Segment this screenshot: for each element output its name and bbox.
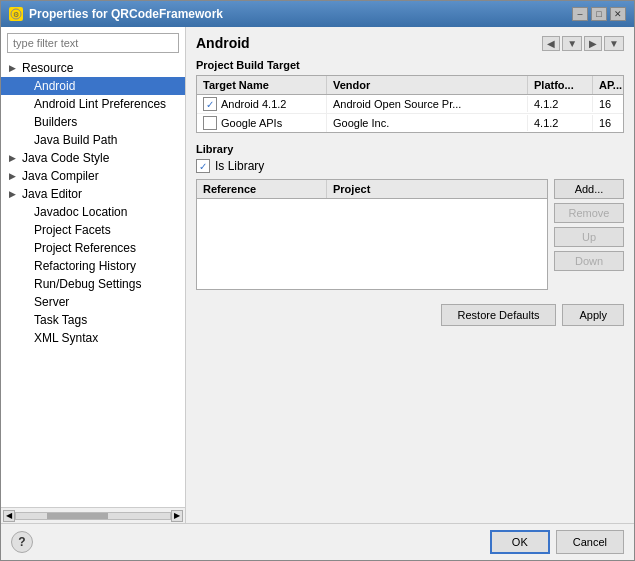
scroll-left-btn[interactable]: ◀ bbox=[3, 510, 15, 522]
tree-item-label-xml-syntax: XML Syntax bbox=[34, 331, 98, 345]
ok-button[interactable]: OK bbox=[490, 530, 550, 554]
col-header-platform: Platfo... bbox=[528, 76, 593, 94]
tree-item-xml-syntax[interactable]: XML Syntax bbox=[1, 329, 185, 347]
ref-table-area: Reference Project Add... Remove Up Down bbox=[196, 179, 624, 290]
build-target-label: Project Build Target bbox=[196, 59, 624, 71]
up-button[interactable]: Up bbox=[554, 227, 624, 247]
tree-item-refactoring-history[interactable]: Refactoring History bbox=[1, 257, 185, 275]
expand-arrow-java-code-style: ▶ bbox=[9, 153, 19, 163]
remove-button[interactable]: Remove bbox=[554, 203, 624, 223]
nav-dropdown-button[interactable]: ▼ bbox=[562, 36, 582, 51]
col-header-api: AP... bbox=[593, 76, 623, 94]
ref-table-header: Reference Project bbox=[197, 180, 547, 199]
tree-item-label-javadoc-location: Javadoc Location bbox=[34, 205, 127, 219]
row2-vendor: Google Inc. bbox=[327, 115, 528, 131]
tree-item-label-run-debug-settings: Run/Debug Settings bbox=[34, 277, 141, 291]
apply-button[interactable]: Apply bbox=[562, 304, 624, 326]
table-row[interactable]: Google APIs Google Inc. 4.1.2 16 bbox=[197, 114, 623, 132]
tree-item-label-refactoring-history: Refactoring History bbox=[34, 259, 136, 273]
tree-item-label-java-compiler: Java Compiler bbox=[22, 169, 99, 183]
tree-item-android[interactable]: Android bbox=[1, 77, 185, 95]
tree-item-resource[interactable]: ▶ Resource bbox=[1, 59, 185, 77]
tree-item-run-debug-settings[interactable]: Run/Debug Settings bbox=[1, 275, 185, 293]
tree-item-java-build-path[interactable]: Java Build Path bbox=[1, 131, 185, 149]
tree-item-java-editor[interactable]: ▶ Java Editor bbox=[1, 185, 185, 203]
restore-defaults-button[interactable]: Restore Defaults bbox=[441, 304, 557, 326]
nav-forward-dropdown-button[interactable]: ▼ bbox=[604, 36, 624, 51]
row2-name: Google APIs bbox=[197, 114, 327, 132]
right-panel: Android ◀ ▼ ▶ ▼ Project Build Target Tar… bbox=[186, 27, 634, 523]
row2-checkbox[interactable] bbox=[203, 116, 217, 130]
title-bar: ⚙ Properties for QRCodeFramework – □ ✕ bbox=[1, 1, 634, 27]
tree-item-label-java-code-style: Java Code Style bbox=[22, 151, 109, 165]
expand-arrow-java-compiler: ▶ bbox=[9, 171, 19, 181]
scroll-track[interactable] bbox=[15, 512, 171, 520]
expand-arrow-resource: ▶ bbox=[9, 63, 19, 73]
tree-item-label-android: Android bbox=[34, 79, 75, 93]
col-header-reference: Reference bbox=[197, 180, 327, 198]
tree-item-project-facets[interactable]: Project Facets bbox=[1, 221, 185, 239]
row2-platform: 4.1.2 bbox=[528, 115, 593, 131]
tree-item-label-java-build-path: Java Build Path bbox=[34, 133, 117, 147]
horizontal-scrollbar[interactable]: ◀ ▶ bbox=[1, 507, 185, 523]
tree-item-java-compiler[interactable]: ▶ Java Compiler bbox=[1, 167, 185, 185]
window-icon: ⚙ bbox=[9, 7, 23, 21]
down-button[interactable]: Down bbox=[554, 251, 624, 271]
help-button[interactable]: ? bbox=[11, 531, 33, 553]
tree-item-project-references[interactable]: Project References bbox=[1, 239, 185, 257]
nav-forward-button[interactable]: ▶ bbox=[584, 36, 602, 51]
add-button[interactable]: Add... bbox=[554, 179, 624, 199]
close-button[interactable]: ✕ bbox=[610, 7, 626, 21]
tree-item-label-task-tags: Task Tags bbox=[34, 313, 87, 327]
footer-buttons: OK Cancel bbox=[490, 530, 624, 554]
expand-arrow-java-editor: ▶ bbox=[9, 189, 19, 199]
tree-item-label-server: Server bbox=[34, 295, 69, 309]
tree-item-label-project-references: Project References bbox=[34, 241, 136, 255]
footer: ? OK Cancel bbox=[1, 523, 634, 560]
ref-buttons: Add... Remove Up Down bbox=[554, 179, 624, 290]
col-header-project: Project bbox=[327, 180, 547, 198]
tree-item-javadoc-location[interactable]: Javadoc Location bbox=[1, 203, 185, 221]
panel-title: Android bbox=[196, 35, 250, 51]
minimize-button[interactable]: – bbox=[572, 7, 588, 21]
window-title: Properties for QRCodeFramework bbox=[29, 7, 223, 21]
left-panel: ▶ Resource Android Android Lint Preferen… bbox=[1, 27, 186, 523]
row1-name-text: Android 4.1.2 bbox=[221, 98, 286, 110]
row1-name: ✓ Android 4.1.2 bbox=[197, 95, 327, 113]
scroll-thumb bbox=[47, 513, 109, 519]
build-target-section: Project Build Target Target Name Vendor … bbox=[196, 59, 624, 143]
tree-area: ▶ Resource Android Android Lint Preferen… bbox=[1, 59, 185, 507]
row1-vendor: Android Open Source Pr... bbox=[327, 96, 528, 112]
ref-table-body bbox=[197, 199, 547, 289]
is-library-checkbox[interactable]: ✓ bbox=[196, 159, 210, 173]
library-label: Library bbox=[196, 143, 624, 155]
ref-table: Reference Project bbox=[196, 179, 548, 290]
tree-item-server[interactable]: Server bbox=[1, 293, 185, 311]
build-target-header: Target Name Vendor Platfo... AP... bbox=[197, 76, 623, 95]
svg-text:⚙: ⚙ bbox=[13, 11, 19, 18]
tree-item-java-code-style[interactable]: ▶ Java Code Style bbox=[1, 149, 185, 167]
tree-item-task-tags[interactable]: Task Tags bbox=[1, 311, 185, 329]
library-section: Library ✓ Is Library Reference Project bbox=[196, 143, 624, 290]
col-header-vendor: Vendor bbox=[327, 76, 528, 94]
tree-item-android-lint[interactable]: Android Lint Preferences bbox=[1, 95, 185, 113]
is-library-row: ✓ Is Library bbox=[196, 159, 624, 173]
build-target-table: Target Name Vendor Platfo... AP... ✓ And… bbox=[196, 75, 624, 133]
filter-input[interactable] bbox=[7, 33, 179, 53]
scroll-right-btn[interactable]: ▶ bbox=[171, 510, 183, 522]
right-header: Android ◀ ▼ ▶ ▼ bbox=[196, 35, 624, 51]
title-controls: – □ ✕ bbox=[572, 7, 626, 21]
col-header-target-name: Target Name bbox=[197, 76, 327, 94]
table-row[interactable]: ✓ Android 4.1.2 Android Open Source Pr..… bbox=[197, 95, 623, 114]
tree-item-label-java-editor: Java Editor bbox=[22, 187, 82, 201]
is-library-text: Is Library bbox=[215, 159, 264, 173]
bottom-bar: Restore Defaults Apply bbox=[196, 298, 624, 326]
nav-back-button[interactable]: ◀ bbox=[542, 36, 560, 51]
row2-api: 16 bbox=[593, 115, 623, 131]
main-window: ⚙ Properties for QRCodeFramework – □ ✕ ▶… bbox=[0, 0, 635, 561]
tree-item-builders[interactable]: Builders bbox=[1, 113, 185, 131]
maximize-button[interactable]: □ bbox=[591, 7, 607, 21]
cancel-button[interactable]: Cancel bbox=[556, 530, 624, 554]
row1-checkbox[interactable]: ✓ bbox=[203, 97, 217, 111]
tree-item-label-project-facets: Project Facets bbox=[34, 223, 111, 237]
